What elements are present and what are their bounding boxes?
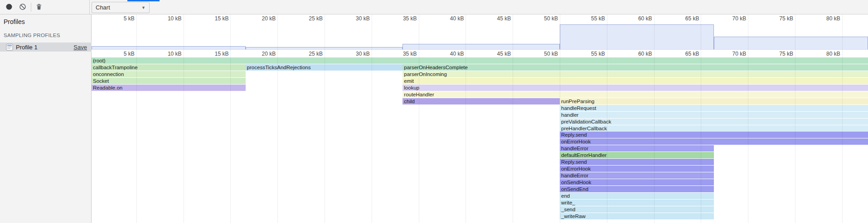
flame-frame[interactable]: onErrorHook bbox=[560, 138, 868, 145]
flame-frame[interactable]: lookup bbox=[402, 85, 868, 91]
axis-tick-label: 75 kB bbox=[767, 51, 793, 57]
flame-frame[interactable]: (root) bbox=[92, 57, 868, 64]
active-tab-indicator bbox=[127, 0, 160, 1]
axis-tick-label: 70 kB bbox=[720, 15, 746, 22]
flame-frame[interactable]: parserOnIncoming bbox=[402, 71, 868, 77]
flame-ruler: 5 kB10 kB15 kB20 kB25 kB30 kB35 kB40 kB4… bbox=[92, 50, 868, 57]
flame-frame[interactable]: Reply.send bbox=[560, 159, 714, 165]
flame-frame[interactable]: parserOnHeadersComplete bbox=[402, 64, 868, 71]
axis-tick-label: 45 kB bbox=[485, 51, 511, 57]
overview-segment bbox=[402, 44, 560, 49]
trash-icon bbox=[35, 3, 43, 12]
overview-segment bbox=[714, 37, 868, 49]
toolbar-separator bbox=[31, 3, 31, 12]
flame-frame[interactable]: handleError bbox=[560, 172, 714, 179]
profiles-panel-title: Profiles bbox=[4, 18, 25, 25]
flame-frame[interactable]: _send bbox=[560, 206, 714, 213]
axis-tick-label: 65 kB bbox=[673, 51, 699, 57]
clear-button[interactable] bbox=[17, 2, 28, 13]
view-mode-value: Chart bbox=[96, 4, 110, 11]
clear-icon bbox=[19, 3, 26, 12]
axis-tick-label: 10 kB bbox=[155, 15, 182, 22]
axis-tick-label: 35 kB bbox=[391, 51, 417, 57]
axis-tick-label: 70 kB bbox=[720, 51, 746, 57]
axis-tick-label: 5 kB bbox=[108, 15, 135, 22]
axis-tick-label: 15 kB bbox=[202, 15, 228, 22]
axis-tick-label: 50 kB bbox=[532, 51, 558, 57]
flame-frame[interactable]: handleError bbox=[560, 145, 714, 152]
axis-tick-label: 25 kB bbox=[296, 51, 323, 57]
axis-tick-label: 55 kB bbox=[579, 51, 605, 57]
axis-tick-label: 65 kB bbox=[673, 15, 699, 22]
profile-icon bbox=[6, 43, 13, 51]
sampling-profiles-header: SAMPLING PROFILES bbox=[4, 33, 60, 38]
profiles-sidebar: Profiles SAMPLING PROFILES Profile 1 Sav… bbox=[0, 14, 92, 223]
toolbar: Chart ▼ bbox=[0, 0, 868, 14]
axis-tick-label: 80 kB bbox=[814, 51, 840, 57]
axis-tick-label: 20 kB bbox=[249, 51, 276, 57]
flame-frame[interactable]: Readable.on bbox=[92, 85, 246, 91]
axis-tick-label: 20 kB bbox=[249, 15, 276, 22]
axis-tick-label: 25 kB bbox=[296, 15, 323, 22]
flame-frame[interactable]: end bbox=[560, 193, 714, 199]
flame-frame[interactable]: processTicksAndRejections bbox=[246, 64, 403, 71]
axis-tick-label: 10 kB bbox=[155, 51, 182, 57]
flame-frame[interactable]: handleRequest bbox=[560, 105, 868, 111]
axis-tick-label: 15 kB bbox=[202, 51, 228, 57]
delete-profile-button[interactable] bbox=[34, 2, 44, 13]
view-mode-select[interactable]: Chart ▼ bbox=[92, 2, 150, 13]
flame-rows: (root)callbackTrampolineprocessTicksAndR… bbox=[92, 57, 868, 223]
axis-tick-label: 45 kB bbox=[485, 15, 511, 22]
save-profile-link[interactable]: Save bbox=[73, 44, 87, 51]
axis-tick-label: 40 kB bbox=[437, 51, 464, 57]
flame-frame[interactable]: routeHandler bbox=[402, 91, 868, 98]
axis-tick-label: 30 kB bbox=[344, 15, 370, 22]
flame-chart-pane: 5 kB10 kB15 kB20 kB25 kB30 kB35 kB40 kB4… bbox=[92, 14, 868, 223]
axis-tick-label: 30 kB bbox=[344, 51, 370, 57]
flame-frame[interactable]: onconnection bbox=[92, 71, 246, 77]
flame-frame[interactable]: onSendEnd bbox=[560, 186, 714, 192]
record-button[interactable] bbox=[4, 2, 15, 13]
overview-graph[interactable] bbox=[92, 22, 868, 50]
profile-item[interactable]: Profile 1 Save bbox=[0, 43, 92, 52]
overview-segment bbox=[246, 47, 403, 49]
flame-frame[interactable]: onErrorHook bbox=[560, 166, 714, 172]
flame-frame[interactable]: onSendHook bbox=[560, 179, 714, 185]
flame-frame[interactable]: emit bbox=[402, 78, 868, 84]
record-icon bbox=[5, 3, 13, 12]
chevron-down-icon: ▼ bbox=[141, 5, 145, 10]
flame-frame[interactable]: _writeRaw bbox=[560, 213, 714, 219]
axis-tick-label: 60 kB bbox=[626, 51, 652, 57]
axis-tick-label: 75 kB bbox=[767, 15, 793, 22]
axis-tick-label: 55 kB bbox=[579, 15, 605, 22]
flame-frame[interactable]: Socket bbox=[92, 78, 246, 84]
flame-frame[interactable]: child bbox=[402, 98, 560, 104]
axis-tick-label: 80 kB bbox=[814, 15, 840, 22]
flame-frame[interactable]: write_ bbox=[560, 199, 714, 206]
panel-separator bbox=[89, 0, 90, 14]
flame-frame[interactable]: handler bbox=[560, 112, 868, 118]
flame-frame[interactable]: runPreParsing bbox=[560, 98, 868, 104]
overview-segment bbox=[560, 24, 714, 49]
overview-ruler: 5 kB10 kB15 kB20 kB25 kB30 kB35 kB40 kB4… bbox=[92, 14, 868, 22]
flame-frame[interactable]: callbackTrampoline bbox=[92, 64, 246, 71]
axis-tick-label: 60 kB bbox=[626, 15, 652, 22]
flame-frame[interactable]: preValidationCallback bbox=[560, 119, 868, 125]
flame-frame[interactable]: preHandlerCallback bbox=[560, 125, 868, 132]
axis-tick-label: 40 kB bbox=[437, 15, 464, 22]
axis-tick-label: 50 kB bbox=[532, 15, 558, 22]
flame-frame[interactable]: defaultErrorHandler bbox=[560, 152, 714, 158]
axis-tick-label: 35 kB bbox=[391, 15, 417, 22]
flame-frame[interactable]: Reply.send bbox=[560, 132, 868, 138]
axis-tick-label: 5 kB bbox=[108, 51, 135, 57]
overview-segment bbox=[92, 46, 246, 49]
profile-name: Profile 1 bbox=[16, 44, 73, 51]
